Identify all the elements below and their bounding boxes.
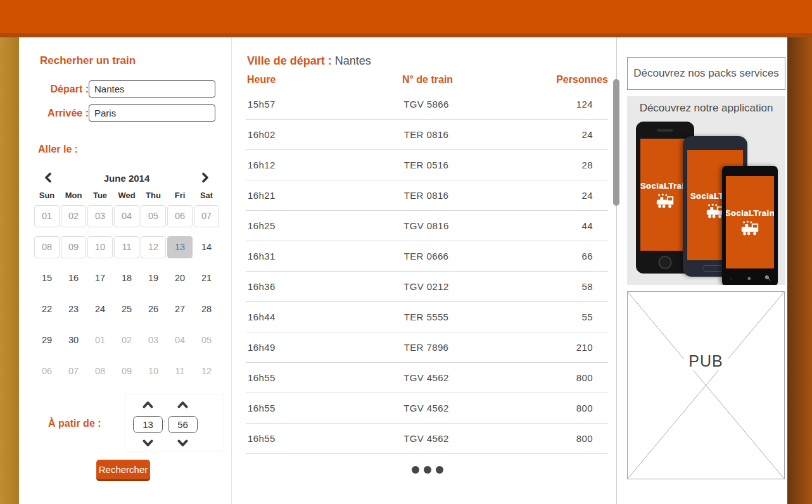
calendar-day: 08 bbox=[87, 360, 113, 382]
calendar-day[interactable]: 14 bbox=[194, 236, 219, 258]
table-row[interactable]: 16h55TGV 4562800 bbox=[246, 393, 608, 424]
cell-heure: 16h44 bbox=[246, 302, 353, 332]
minute-up-icon[interactable] bbox=[177, 400, 188, 409]
table-row[interactable]: 16h36TGV 021258 bbox=[246, 272, 608, 302]
calendar-day: 12 bbox=[141, 236, 166, 258]
minute-input[interactable] bbox=[168, 416, 198, 433]
calendar-day[interactable]: 20 bbox=[167, 267, 193, 289]
depart-input[interactable] bbox=[89, 80, 215, 98]
table-row[interactable]: 16h49TER 7896210 bbox=[246, 332, 608, 363]
header-accent-strip bbox=[0, 33, 812, 37]
cell-train: TER 0516 bbox=[353, 150, 499, 180]
calendar-day: 09 bbox=[61, 236, 86, 258]
hour-up-icon[interactable] bbox=[143, 400, 153, 409]
calendar-day[interactable]: 25 bbox=[114, 298, 139, 320]
hour-input[interactable] bbox=[133, 416, 163, 433]
loading-dot bbox=[412, 466, 419, 474]
cell-heure: 15h57 bbox=[246, 89, 353, 119]
calendar-day-selected[interactable]: 13 bbox=[167, 236, 193, 258]
calendar-day: 01 bbox=[87, 329, 113, 351]
calendar-day: 05 bbox=[194, 329, 219, 351]
table-row[interactable]: 16h25TGV 081644 bbox=[246, 211, 608, 241]
results-title: Ville de départ : Nantes bbox=[247, 54, 371, 68]
table-row[interactable]: 16h31TER 066666 bbox=[246, 241, 608, 272]
calendar-day: 02 bbox=[114, 329, 139, 351]
cell-personnes: 58 bbox=[499, 272, 607, 301]
app-promo-banner[interactable]: Découvrez notre application SociaLTrain … bbox=[627, 96, 785, 285]
cell-personnes: 66 bbox=[499, 241, 607, 271]
calendar-day[interactable]: 18 bbox=[114, 267, 139, 289]
time-separator: : bbox=[163, 418, 166, 428]
column-train: N° de train bbox=[355, 74, 500, 85]
table-row[interactable]: 16h55TGV 4562800 bbox=[246, 363, 608, 393]
search-panel: Recherher un train Départ : Arrivée : Al… bbox=[19, 37, 232, 504]
calendar-dayname: Sat bbox=[193, 191, 220, 200]
table-row[interactable]: 16h55TGV 4562800 bbox=[246, 424, 608, 454]
ad-placeholder[interactable]: PUB bbox=[627, 291, 785, 479]
results-scrollbar-thumb[interactable] bbox=[613, 79, 619, 206]
phone-screen-logo: SociaLTrain bbox=[726, 208, 774, 218]
calendar-day[interactable]: 24 bbox=[87, 298, 113, 320]
arrivee-input[interactable] bbox=[89, 104, 215, 122]
cell-train: TER 0816 bbox=[353, 180, 499, 210]
cell-personnes: 124 bbox=[499, 89, 607, 119]
cell-train: TGV 0212 bbox=[353, 272, 499, 301]
loading-dot bbox=[424, 466, 431, 474]
calendar-day: 07 bbox=[194, 205, 219, 227]
calendar-dayname: Wed bbox=[113, 191, 140, 200]
calendar-day[interactable]: 26 bbox=[141, 298, 166, 320]
rechercher-button[interactable]: Rechercher bbox=[96, 460, 150, 479]
minute-down-icon[interactable] bbox=[177, 439, 188, 448]
calendar-day: 10 bbox=[87, 236, 113, 258]
table-row[interactable]: 16h02TER 081624 bbox=[246, 120, 608, 150]
calendar-week: 01020304050607 bbox=[34, 205, 220, 236]
ad-label: PUB bbox=[683, 352, 728, 370]
calendar-month-label: June 2014 bbox=[34, 170, 220, 187]
cell-train: TGV 4562 bbox=[353, 424, 499, 453]
cell-personnes: 800 bbox=[499, 393, 607, 423]
calendar-dayname: Fri bbox=[167, 191, 193, 200]
calendar-day[interactable]: 19 bbox=[141, 267, 166, 289]
cell-heure: 16h31 bbox=[246, 241, 353, 271]
cell-train: TER 0666 bbox=[353, 241, 499, 271]
calendar-day[interactable]: 30 bbox=[61, 329, 86, 351]
calendar-day: 12 bbox=[194, 360, 219, 382]
calendar-day: 08 bbox=[34, 236, 60, 258]
table-row[interactable]: 16h21TER 081624 bbox=[246, 180, 608, 211]
results-rows: 15h57TGV 586612416h02TER 08162416h12TER … bbox=[246, 89, 608, 454]
cell-personnes: 800 bbox=[499, 424, 607, 453]
cell-heure: 16h55 bbox=[246, 393, 353, 423]
cell-train: TGV 4562 bbox=[353, 363, 499, 393]
cell-train: TGV 0816 bbox=[353, 211, 499, 241]
calendar-next-icon[interactable] bbox=[201, 172, 210, 186]
cell-train: TGV 5866 bbox=[353, 89, 499, 119]
cell-train: TER 0816 bbox=[353, 120, 499, 149]
calendar-day[interactable]: 21 bbox=[194, 267, 219, 289]
calendar-day[interactable]: 22 bbox=[34, 298, 60, 320]
search-panel-title: Recherher un train bbox=[40, 54, 136, 67]
cell-personnes: 24 bbox=[499, 120, 607, 149]
calendar-day[interactable]: 23 bbox=[61, 298, 86, 320]
calendar-day[interactable]: 16 bbox=[61, 267, 86, 289]
phone-home-button bbox=[659, 256, 672, 269]
calendar-day: 03 bbox=[87, 205, 113, 227]
calendar-day: 06 bbox=[34, 360, 60, 382]
calendar-dayname: Tue bbox=[87, 191, 113, 200]
calendar-prev-icon[interactable] bbox=[44, 172, 53, 186]
cell-train: TER 5555 bbox=[353, 302, 499, 332]
calendar-day: 01 bbox=[34, 205, 60, 227]
table-row[interactable]: 16h44TER 555555 bbox=[246, 302, 608, 332]
calendar-day: 09 bbox=[114, 360, 139, 382]
calendar-day[interactable]: 28 bbox=[194, 298, 219, 320]
calendar-day[interactable]: 15 bbox=[34, 267, 60, 289]
calendar-day[interactable]: 29 bbox=[34, 329, 60, 351]
time-label: À patir de : bbox=[48, 418, 101, 429]
table-row[interactable]: 15h57TGV 5866124 bbox=[246, 89, 608, 120]
calendar-day[interactable]: 17 bbox=[87, 267, 113, 289]
cell-heure: 16h02 bbox=[246, 120, 353, 149]
main-content: Recherher un train Départ : Arrivée : Al… bbox=[19, 37, 787, 504]
table-row[interactable]: 16h12TER 051628 bbox=[246, 150, 608, 180]
packs-services-banner[interactable]: Découvrez nos packs services bbox=[627, 57, 785, 90]
hour-down-icon[interactable] bbox=[143, 439, 153, 448]
calendar-day[interactable]: 27 bbox=[167, 298, 193, 320]
